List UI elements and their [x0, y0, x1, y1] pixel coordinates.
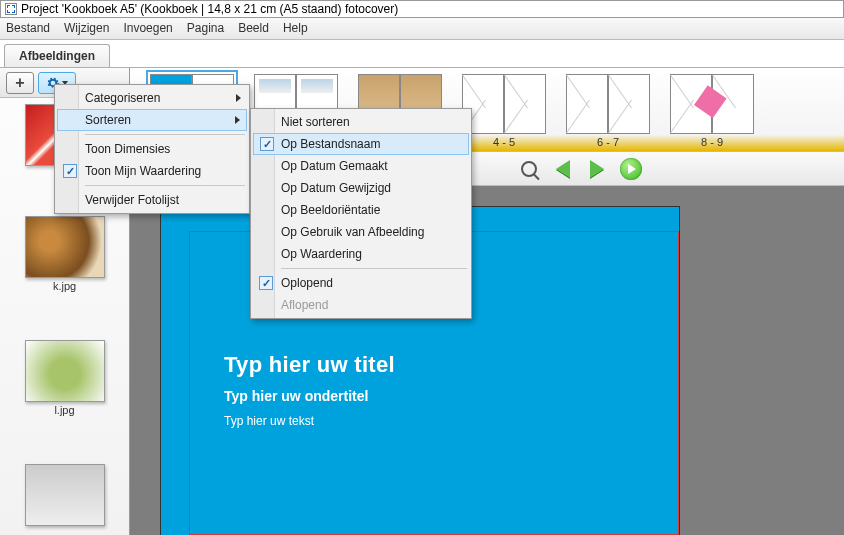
- menu-item-toon-dimensies[interactable]: Toon Dimensies: [57, 138, 247, 160]
- menu-item-op-datum-gemaakt[interactable]: Op Datum Gemaakt: [253, 155, 469, 177]
- play-button[interactable]: [620, 158, 642, 180]
- magnifier-icon: [521, 161, 537, 177]
- spread-label: 8 - 9: [701, 136, 723, 148]
- menu-item-oplopend[interactable]: ✓Oplopend: [253, 272, 469, 294]
- subtitle-placeholder[interactable]: Typ hier uw ondertitel: [224, 388, 678, 404]
- menu-page[interactable]: Pagina: [187, 21, 224, 36]
- list-item[interactable]: l.jpg: [10, 340, 119, 416]
- menu-help[interactable]: Help: [283, 21, 308, 36]
- body-placeholder[interactable]: Typ hier uw tekst: [224, 414, 678, 428]
- title-bar: Project 'Kookboek A5' (Kookboek | 14,8 x…: [0, 0, 844, 18]
- prev-button[interactable]: [552, 158, 574, 180]
- play-icon: [620, 158, 642, 180]
- menu-image[interactable]: Beeld: [238, 21, 269, 36]
- menu-separator: [281, 268, 467, 269]
- menu-item-op-beeldorientatie[interactable]: Op Beeldoriëntatie: [253, 199, 469, 221]
- menu-item-toon-waardering[interactable]: ✓Toon Mijn Waardering: [57, 160, 247, 182]
- zoom-button[interactable]: [518, 158, 540, 180]
- menu-item-op-bestandsnaam[interactable]: ✓Op Bestandsnaam: [253, 133, 469, 155]
- window-title: Project 'Kookboek A5' (Kookboek | 14,8 x…: [21, 2, 398, 16]
- menu-item-op-gebruik[interactable]: Op Gebruik van Afbeelding: [253, 221, 469, 243]
- thumbnail-image: [25, 216, 105, 278]
- list-item[interactable]: k.jpg: [10, 216, 119, 292]
- next-button[interactable]: [586, 158, 608, 180]
- list-item[interactable]: [10, 464, 119, 528]
- chevron-right-icon: [236, 94, 241, 102]
- menu-item-verwijder-fotolijst[interactable]: Verwijder Fotolijst: [57, 189, 247, 211]
- menu-item-aflopend[interactable]: Aflopend: [253, 294, 469, 316]
- context-submenu-sorteren: Niet sorteren ✓Op Bestandsnaam Op Datum …: [250, 108, 472, 319]
- menu-edit[interactable]: Wijzigen: [64, 21, 109, 36]
- check-icon: ✓: [63, 164, 77, 178]
- add-button[interactable]: +: [6, 72, 34, 94]
- menu-separator: [85, 185, 245, 186]
- menu-item-sorteren[interactable]: Sorteren: [57, 109, 247, 131]
- context-menu: Categoriseren Sorteren Toon Dimensies ✓T…: [54, 84, 250, 214]
- thumbnail-label: l.jpg: [54, 404, 74, 416]
- menu-item-op-datum-gewijzigd[interactable]: Op Datum Gewijzigd: [253, 177, 469, 199]
- menu-separator: [85, 134, 245, 135]
- check-icon: ✓: [259, 276, 273, 290]
- menu-bar: Bestand Wijzigen Invoegen Pagina Beeld H…: [0, 18, 844, 40]
- spread-thumbnail[interactable]: 8 - 9: [670, 74, 754, 148]
- chevron-right-icon: [235, 116, 240, 124]
- arrow-left-icon: [556, 160, 570, 178]
- spread-label: 4 - 5: [493, 136, 515, 148]
- check-icon: ✓: [260, 137, 274, 151]
- app-icon: [5, 3, 17, 15]
- arrow-right-icon: [590, 160, 604, 178]
- spread-label: 6 - 7: [597, 136, 619, 148]
- tab-bar: Afbeeldingen: [0, 40, 844, 68]
- canvas-area[interactable]: Typ hier uw titel Typ hier uw ondertitel…: [130, 186, 844, 535]
- thumbnail-image: [25, 340, 105, 402]
- menu-item-categoriseren[interactable]: Categoriseren: [57, 87, 247, 109]
- title-placeholder[interactable]: Typ hier uw titel: [224, 352, 678, 378]
- tab-afbeeldingen[interactable]: Afbeeldingen: [4, 44, 110, 67]
- menu-item-niet-sorteren[interactable]: Niet sorteren: [253, 111, 469, 133]
- spread-thumbnail[interactable]: 4 - 5: [462, 74, 546, 148]
- menu-insert[interactable]: Invoegen: [123, 21, 172, 36]
- menu-item-op-waardering[interactable]: Op Waardering: [253, 243, 469, 265]
- thumbnail-label: k.jpg: [53, 280, 76, 292]
- menu-file[interactable]: Bestand: [6, 21, 50, 36]
- spread-thumbnail[interactable]: 6 - 7: [566, 74, 650, 148]
- thumbnail-image: [25, 464, 105, 526]
